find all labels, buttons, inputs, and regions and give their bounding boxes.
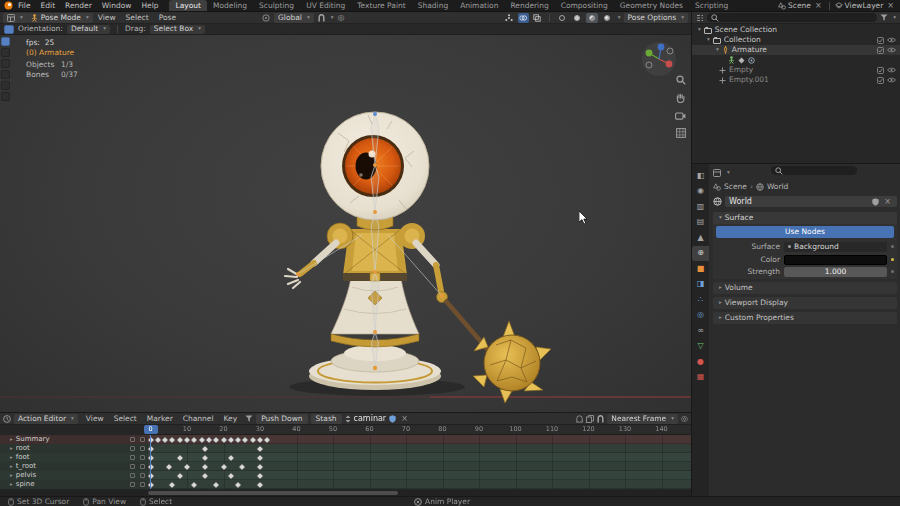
fake-user-shield-icon[interactable] [872, 198, 879, 206]
3d-viewport[interactable]: fps:25 (0) Armature Objects1/3 Bones0/37 [0, 35, 691, 412]
workspace-tab-texture-paint[interactable]: Texture Paint [351, 0, 411, 11]
playhead[interactable] [150, 435, 151, 489]
menu-file[interactable]: File [13, 2, 36, 10]
camera-view-icon[interactable] [675, 111, 686, 120]
expander-icon[interactable]: ▾ [698, 27, 701, 33]
dope-sheet-menu-marker[interactable]: Marker [142, 415, 178, 423]
animate-dot-icon[interactable] [891, 245, 894, 248]
ghost-icon[interactable] [576, 415, 583, 423]
channel-mute-icon[interactable] [130, 482, 135, 487]
workspace-tab-shading[interactable]: Shading [412, 0, 454, 11]
shading-wireframe-icon[interactable] [556, 13, 568, 23]
channel-mute-icon[interactable] [130, 455, 135, 460]
visibility-eye-icon[interactable] [887, 77, 896, 83]
surface-dropdown[interactable]: Background [784, 242, 887, 252]
stash-button[interactable]: Stash [311, 414, 342, 424]
dope-sheet-editor-icon[interactable] [3, 415, 11, 423]
workspace-tab-compositing[interactable]: Compositing [555, 0, 614, 11]
strength-slider[interactable]: 1.000 [784, 267, 887, 277]
unlink-action-icon[interactable]: × [399, 415, 410, 423]
channel-mute-icon[interactable] [130, 464, 135, 469]
action-name-field[interactable]: caminar [354, 415, 387, 423]
visibility-eye-icon[interactable] [887, 47, 896, 53]
unlink-world-icon[interactable]: × [882, 198, 893, 206]
channel-name-pelvis[interactable]: ▸pelvis [0, 471, 148, 480]
channel-expand-icon[interactable]: ▸ [10, 455, 13, 461]
filter-funnel-icon[interactable] [880, 14, 888, 21]
properties-tab-object[interactable]: ■ [692, 261, 709, 276]
browse-action-icon[interactable] [345, 415, 351, 423]
snap-magnet-icon[interactable] [597, 415, 604, 423]
channel-lock-icon[interactable] [140, 437, 145, 442]
channel-lock-icon[interactable] [140, 473, 145, 478]
tool-cursor[interactable] [1, 59, 10, 68]
properties-search-input[interactable] [771, 166, 857, 175]
tool-scale[interactable] [1, 92, 10, 101]
shading-solid-icon[interactable] [571, 13, 583, 23]
panel-viewport-display[interactable]: ▸Viewport Display [713, 297, 897, 309]
pose-options-dropdown[interactable]: Pose Options▾ [624, 13, 688, 23]
timeline-ruler[interactable]: 1020304050607080901001101201301400 [148, 425, 691, 435]
channel-lock-icon[interactable] [140, 464, 145, 469]
zoom-icon[interactable] [676, 75, 686, 85]
tool-tweak[interactable] [1, 37, 10, 46]
channel-lock-icon[interactable] [140, 455, 145, 460]
surface-panel-header[interactable]: ▾Surface [713, 212, 897, 224]
outliner-row-empty-001[interactable]: Empty.001 [692, 75, 900, 85]
world-datablock-field[interactable]: World × [725, 196, 897, 207]
properties-tab-object-data[interactable]: ▽ [692, 339, 709, 354]
snap-magnet-icon[interactable] [318, 14, 325, 22]
dope-sheet-menu-key[interactable]: Key [219, 415, 243, 423]
viewport-menu-view[interactable]: View [93, 14, 121, 22]
menu-render[interactable]: Render [60, 2, 97, 10]
channel-lock-icon[interactable] [140, 482, 145, 487]
scene-selector[interactable]: Scene [788, 2, 811, 10]
shading-rendered-icon[interactable] [601, 13, 613, 23]
outliner-search-input[interactable] [707, 13, 877, 22]
expander-icon[interactable]: ▾ [707, 37, 710, 43]
channel-mute-icon[interactable] [130, 437, 135, 442]
color-keyed-dot-icon[interactable] [891, 258, 894, 261]
viewlayer-unlink-icon[interactable]: × [885, 2, 896, 10]
orientation-selector[interactable]: Global▾ [274, 13, 314, 23]
dope-sheet-menu-view[interactable]: View [81, 415, 109, 423]
channel-expand-icon[interactable]: ▸ [10, 473, 13, 479]
scene-unlink-icon[interactable]: × [813, 2, 824, 10]
workspace-tab-scripting[interactable]: Scripting [689, 0, 734, 11]
proportional-edit-icon[interactable]: ◎ [681, 415, 688, 423]
outliner-editor-icon[interactable] [696, 14, 704, 22]
workspace-tab-sculpting[interactable]: Sculpting [253, 0, 300, 11]
channel-name-root[interactable]: ▸root [0, 444, 148, 453]
properties-tab-world[interactable]: ⊕ [692, 246, 709, 261]
editor-type-button[interactable]: ▾ [3, 13, 27, 23]
channel-name-foot[interactable]: ▸foot [0, 453, 148, 462]
overlays-toggle-icon[interactable] [518, 13, 529, 23]
visibility-eye-icon[interactable] [887, 37, 896, 43]
visibility-eye-icon[interactable] [887, 67, 896, 73]
mode-selector[interactable]: Pose Mode▾ [27, 13, 93, 23]
ortho-grid-icon[interactable] [676, 128, 686, 138]
action-fake-user-shield-icon[interactable] [389, 415, 396, 423]
show-gizmo-icon[interactable] [504, 13, 515, 23]
editor-mode-dropdown[interactable]: Action Editor▾ [14, 414, 78, 424]
properties-tab-scene[interactable]: ▲ [692, 230, 709, 245]
viewlayer-selector[interactable]: ViewLayer [845, 2, 884, 10]
outliner-row-collection[interactable]: ▾Collection [692, 35, 900, 45]
workspace-tab-layout[interactable]: Layout [169, 0, 207, 11]
tool-select-box[interactable] [1, 48, 10, 57]
use-nodes-button[interactable]: Use Nodes [716, 226, 894, 238]
shading-dropdown-icon[interactable]: ▾ [618, 15, 621, 21]
stop-player-icon[interactable] [414, 498, 422, 506]
menu-edit[interactable]: Edit [36, 2, 61, 10]
active-tool-icon[interactable] [4, 25, 14, 34]
ts-orientation-dropdown[interactable]: Default▾ [67, 25, 110, 34]
workspace-tab-uv-editing[interactable]: UV Editing [300, 0, 351, 11]
breadcrumb-world[interactable]: World [767, 183, 789, 191]
channel-expand-icon[interactable]: ▸ [10, 446, 13, 452]
dope-sheet-menu-select[interactable]: Select [109, 415, 142, 423]
shading-material-icon[interactable] [586, 13, 598, 23]
workspace-tab-geometry-nodes[interactable]: Geometry Nodes [614, 0, 689, 11]
properties-tab-output[interactable]: ▥ [692, 199, 709, 214]
properties-tab-view-layer[interactable]: ▤ [692, 215, 709, 230]
outliner-row-armature[interactable]: ▾Armature [692, 45, 900, 55]
